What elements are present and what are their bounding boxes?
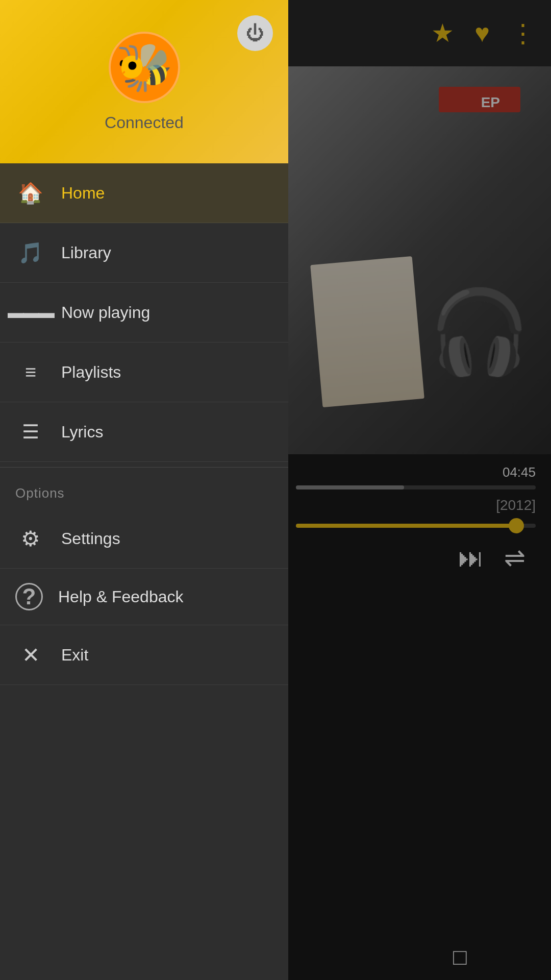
lyrics-icon: ☰ — [15, 416, 46, 447]
sidebar-item-playlists[interactable]: ≡ Playlists — [0, 342, 288, 402]
now-playing-label: Now playing — [61, 303, 150, 322]
power-icon: ⏻ — [246, 24, 264, 42]
sidebar-item-lyrics[interactable]: ☰ Lyrics — [0, 402, 288, 462]
home-icon: 🏠 — [15, 178, 46, 208]
sidebar-item-library[interactable]: 🎵 Library — [0, 223, 288, 283]
app-logo: 🐝 — [109, 32, 180, 103]
nav-drawer: ⏻ 🐝 Connected 🏠 Home 🎵 Library ▬▬▬ Now p… — [0, 0, 288, 980]
sidebar-item-now-playing[interactable]: ▬▬▬ Now playing — [0, 283, 288, 342]
connected-label: Connected — [105, 113, 184, 132]
library-icon: 🎵 — [15, 237, 46, 268]
lyrics-label: Lyrics — [61, 423, 103, 442]
bee-icon: 🐝 — [116, 44, 173, 90]
settings-icon: ⚙ — [15, 523, 46, 554]
drawer-header: ⏻ 🐝 Connected — [0, 0, 288, 163]
sidebar-item-exit[interactable]: ✕ Exit — [0, 625, 288, 685]
settings-label: Settings — [61, 529, 120, 548]
playlists-label: Playlists — [61, 363, 121, 382]
help-icon: ? — [15, 583, 43, 610]
exit-icon: ✕ — [15, 640, 46, 670]
sidebar-item-settings[interactable]: ⚙ Settings — [0, 509, 288, 569]
nav-items-container: 🏠 Home 🎵 Library ▬▬▬ Now playing ≡ Playl… — [0, 163, 288, 980]
home-label: Home — [61, 184, 105, 203]
sidebar-item-help[interactable]: ? Help & Feedback — [0, 569, 288, 625]
now-playing-icon: ▬▬▬ — [15, 297, 46, 328]
power-button[interactable]: ⏻ — [237, 15, 273, 51]
playlists-icon: ≡ — [15, 357, 46, 387]
options-label: Options — [0, 473, 288, 509]
library-label: Library — [61, 243, 111, 262]
help-label: Help & Feedback — [58, 587, 183, 606]
sidebar-item-home[interactable]: 🏠 Home — [0, 163, 288, 223]
exit-label: Exit — [61, 646, 88, 665]
